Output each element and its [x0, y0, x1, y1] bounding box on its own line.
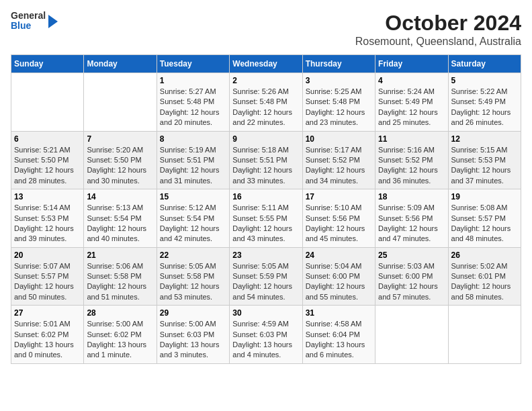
day-number: 2 — [232, 76, 299, 85]
day-info: Sunrise: 5:24 AM Sunset: 5:49 PM Dayligh… — [378, 87, 445, 128]
logo-text: General Blue — [11, 11, 46, 32]
day-info: Sunrise: 5:03 AM Sunset: 6:00 PM Dayligh… — [378, 261, 445, 303]
page-header: General Blue October 2024 Rosemount, Que… — [11, 11, 521, 48]
calendar-cell: 23Sunrise: 5:05 AM Sunset: 5:59 PM Dayli… — [230, 247, 302, 306]
day-info: Sunrise: 5:15 AM Sunset: 5:53 PM Dayligh… — [451, 145, 518, 187]
day-info: Sunrise: 5:18 AM Sunset: 5:51 PM Dayligh… — [232, 145, 299, 187]
weekday-header: Sunday — [11, 55, 84, 73]
calendar-cell: 28Sunrise: 5:00 AM Sunset: 6:02 PM Dayli… — [84, 306, 157, 364]
day-number: 14 — [87, 192, 153, 201]
day-number: 8 — [160, 134, 226, 144]
weekday-header: Saturday — [448, 55, 521, 73]
day-info: Sunrise: 5:27 AM Sunset: 5:48 PM Dayligh… — [160, 87, 226, 128]
day-number: 1 — [160, 76, 226, 85]
day-number: 9 — [232, 134, 299, 144]
calendar-cell: 20Sunrise: 5:07 AM Sunset: 5:57 PM Dayli… — [11, 247, 84, 306]
calendar-cell: 31Sunrise: 4:58 AM Sunset: 6:04 PM Dayli… — [302, 306, 375, 364]
day-info: Sunrise: 5:25 AM Sunset: 5:48 PM Dayligh… — [306, 87, 372, 128]
day-number: 20 — [14, 250, 81, 260]
logo-arrow-icon — [48, 15, 58, 28]
calendar-cell: 26Sunrise: 5:02 AM Sunset: 6:01 PM Dayli… — [448, 247, 521, 306]
day-info: Sunrise: 5:05 AM Sunset: 5:59 PM Dayligh… — [232, 261, 299, 303]
calendar-cell: 24Sunrise: 5:04 AM Sunset: 6:00 PM Dayli… — [302, 247, 375, 306]
calendar-cell: 8Sunrise: 5:19 AM Sunset: 5:51 PM Daylig… — [157, 131, 229, 189]
calendar-cell — [375, 306, 448, 364]
calendar-cell: 5Sunrise: 5:22 AM Sunset: 5:49 PM Daylig… — [448, 73, 521, 132]
day-number: 10 — [306, 134, 372, 144]
calendar-cell: 13Sunrise: 5:14 AM Sunset: 5:53 PM Dayli… — [11, 189, 84, 248]
calendar-cell: 4Sunrise: 5:24 AM Sunset: 5:49 PM Daylig… — [375, 73, 448, 132]
day-info: Sunrise: 4:58 AM Sunset: 6:04 PM Dayligh… — [306, 319, 372, 361]
calendar-week-row: 13Sunrise: 5:14 AM Sunset: 5:53 PM Dayli… — [11, 189, 521, 248]
day-number: 5 — [451, 76, 518, 85]
calendar-cell: 25Sunrise: 5:03 AM Sunset: 6:00 PM Dayli… — [375, 247, 448, 306]
weekday-header: Monday — [84, 55, 157, 73]
day-info: Sunrise: 5:08 AM Sunset: 5:57 PM Dayligh… — [451, 203, 518, 244]
day-number: 22 — [160, 250, 226, 260]
calendar-cell — [84, 73, 157, 132]
page-subtitle: Rosemount, Queensland, Australia — [355, 36, 521, 48]
calendar-cell: 14Sunrise: 5:13 AM Sunset: 5:54 PM Dayli… — [84, 189, 157, 248]
day-info: Sunrise: 5:14 AM Sunset: 5:53 PM Dayligh… — [14, 203, 81, 244]
day-number: 18 — [378, 192, 445, 201]
weekday-header: Friday — [375, 55, 448, 73]
calendar-cell: 29Sunrise: 5:00 AM Sunset: 6:03 PM Dayli… — [157, 306, 229, 364]
calendar-cell: 21Sunrise: 5:06 AM Sunset: 5:58 PM Dayli… — [84, 247, 157, 306]
weekday-header: Thursday — [302, 55, 375, 73]
day-number: 3 — [306, 76, 372, 85]
calendar-cell: 18Sunrise: 5:09 AM Sunset: 5:56 PM Dayli… — [375, 189, 448, 248]
day-info: Sunrise: 5:00 AM Sunset: 6:02 PM Dayligh… — [87, 319, 153, 361]
day-number: 24 — [306, 250, 372, 260]
logo-blue: Blue — [11, 21, 46, 31]
calendar-week-row: 6Sunrise: 5:21 AM Sunset: 5:50 PM Daylig… — [11, 131, 521, 189]
day-number: 15 — [160, 192, 226, 201]
day-number: 30 — [232, 308, 299, 318]
calendar-cell: 12Sunrise: 5:15 AM Sunset: 5:53 PM Dayli… — [448, 131, 521, 189]
calendar-table: SundayMondayTuesdayWednesdayThursdayFrid… — [11, 54, 521, 364]
day-info: Sunrise: 5:06 AM Sunset: 5:58 PM Dayligh… — [87, 261, 153, 303]
calendar-cell: 9Sunrise: 5:18 AM Sunset: 5:51 PM Daylig… — [230, 131, 302, 189]
day-number: 13 — [14, 192, 81, 201]
title-block: October 2024 Rosemount, Queensland, Aust… — [355, 11, 521, 48]
day-info: Sunrise: 5:19 AM Sunset: 5:51 PM Dayligh… — [160, 145, 226, 187]
day-number: 6 — [14, 134, 81, 144]
calendar-cell: 19Sunrise: 5:08 AM Sunset: 5:57 PM Dayli… — [448, 189, 521, 248]
calendar-cell: 3Sunrise: 5:25 AM Sunset: 5:48 PM Daylig… — [302, 73, 375, 132]
day-info: Sunrise: 4:59 AM Sunset: 6:03 PM Dayligh… — [232, 319, 299, 361]
day-number: 12 — [451, 134, 518, 144]
logo-general: General — [11, 11, 46, 21]
calendar-cell: 10Sunrise: 5:17 AM Sunset: 5:52 PM Dayli… — [302, 131, 375, 189]
day-info: Sunrise: 5:09 AM Sunset: 5:56 PM Dayligh… — [378, 203, 445, 244]
calendar-cell: 15Sunrise: 5:12 AM Sunset: 5:54 PM Dayli… — [157, 189, 229, 248]
day-number: 11 — [378, 134, 445, 144]
day-number: 29 — [160, 308, 226, 318]
day-number: 4 — [378, 76, 445, 85]
calendar-cell: 27Sunrise: 5:01 AM Sunset: 6:02 PM Dayli… — [11, 306, 84, 364]
day-number: 27 — [14, 308, 81, 318]
day-number: 16 — [232, 192, 299, 201]
day-info: Sunrise: 5:26 AM Sunset: 5:48 PM Dayligh… — [232, 87, 299, 128]
calendar-cell: 7Sunrise: 5:20 AM Sunset: 5:50 PM Daylig… — [84, 131, 157, 189]
calendar-cell: 2Sunrise: 5:26 AM Sunset: 5:48 PM Daylig… — [230, 73, 302, 132]
day-info: Sunrise: 5:01 AM Sunset: 6:02 PM Dayligh… — [14, 319, 81, 361]
calendar-header-row: SundayMondayTuesdayWednesdayThursdayFrid… — [11, 55, 521, 73]
calendar-cell — [11, 73, 84, 132]
calendar-cell: 30Sunrise: 4:59 AM Sunset: 6:03 PM Dayli… — [230, 306, 302, 364]
day-number: 23 — [232, 250, 299, 260]
day-info: Sunrise: 5:10 AM Sunset: 5:56 PM Dayligh… — [306, 203, 372, 244]
day-info: Sunrise: 5:11 AM Sunset: 5:55 PM Dayligh… — [232, 203, 299, 244]
page-title: October 2024 — [355, 11, 521, 36]
day-info: Sunrise: 5:12 AM Sunset: 5:54 PM Dayligh… — [160, 203, 226, 244]
calendar-week-row: 1Sunrise: 5:27 AM Sunset: 5:48 PM Daylig… — [11, 73, 521, 132]
day-number: 21 — [87, 250, 153, 260]
day-info: Sunrise: 5:05 AM Sunset: 5:58 PM Dayligh… — [160, 261, 226, 303]
calendar-cell: 6Sunrise: 5:21 AM Sunset: 5:50 PM Daylig… — [11, 131, 84, 189]
day-info: Sunrise: 5:22 AM Sunset: 5:49 PM Dayligh… — [451, 87, 518, 128]
day-number: 28 — [87, 308, 153, 318]
calendar-cell: 1Sunrise: 5:27 AM Sunset: 5:48 PM Daylig… — [157, 73, 229, 132]
day-info: Sunrise: 5:07 AM Sunset: 5:57 PM Dayligh… — [14, 261, 81, 303]
day-info: Sunrise: 5:13 AM Sunset: 5:54 PM Dayligh… — [87, 203, 153, 244]
day-info: Sunrise: 5:02 AM Sunset: 6:01 PM Dayligh… — [451, 261, 518, 303]
day-info: Sunrise: 5:04 AM Sunset: 6:00 PM Dayligh… — [306, 261, 372, 303]
day-number: 17 — [306, 192, 372, 201]
